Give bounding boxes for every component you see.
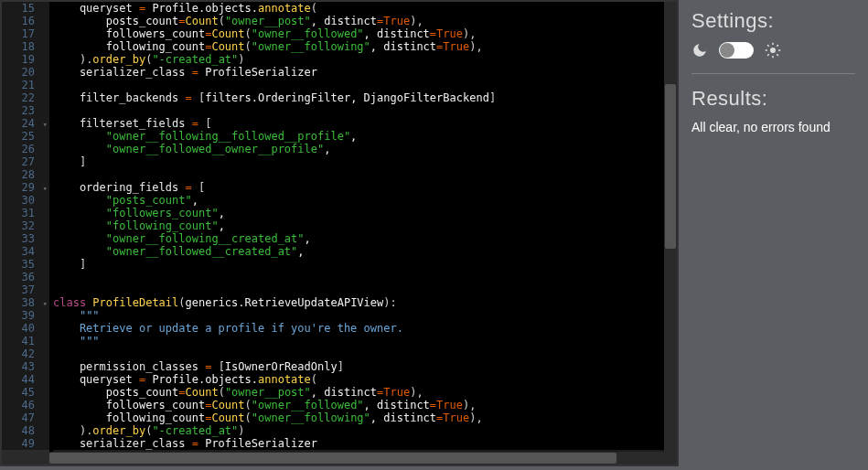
line-number: 24▾ bbox=[2, 117, 49, 130]
line-number: 39 bbox=[2, 309, 49, 322]
code-line[interactable]: "owner__following__followed__profile", bbox=[53, 130, 677, 143]
code-area[interactable]: queryset = Profile.objects.annotate( pos… bbox=[49, 2, 677, 465]
theme-toggle[interactable] bbox=[719, 42, 754, 59]
code-line[interactable]: ] bbox=[53, 155, 677, 168]
code-line[interactable]: followers_count=Count("owner__followed",… bbox=[53, 399, 677, 411]
code-line[interactable]: "followers_count", bbox=[53, 207, 677, 219]
code-line[interactable]: "owner__followed__owner__profile", bbox=[53, 143, 677, 155]
sun-icon bbox=[765, 42, 781, 59]
line-number: 19 bbox=[2, 53, 49, 66]
svg-line-8 bbox=[777, 45, 778, 47]
line-number: 38▾ bbox=[2, 296, 49, 309]
vertical-scrollbar-thumb[interactable] bbox=[665, 84, 676, 249]
code-line[interactable]: permission_classes = [IsOwnerOrReadOnly] bbox=[53, 360, 677, 373]
line-number: 49 bbox=[2, 437, 49, 450]
results-header: Results: bbox=[691, 87, 855, 111]
code-line[interactable] bbox=[53, 347, 677, 360]
code-editor-pane[interactable]: 15161718192021222324▾2526272829▾30313233… bbox=[0, 0, 679, 466]
svg-line-3 bbox=[767, 45, 769, 47]
settings-header: Settings: bbox=[691, 9, 855, 33]
line-number: 41 bbox=[2, 335, 49, 347]
code-line[interactable]: "owner__following__created_at", bbox=[53, 232, 677, 245]
code-line[interactable]: class ProfileDetail(generics.RetrieveUpd… bbox=[53, 296, 677, 309]
code-line[interactable] bbox=[53, 79, 677, 91]
svg-point-0 bbox=[770, 48, 776, 53]
vertical-scrollbar[interactable] bbox=[664, 2, 677, 465]
code-line[interactable]: """ bbox=[53, 335, 677, 347]
code-line[interactable] bbox=[53, 271, 677, 283]
code-line[interactable]: following_count=Count("owner__following"… bbox=[53, 411, 677, 424]
line-number: 37 bbox=[2, 283, 49, 296]
line-number: 48 bbox=[2, 424, 49, 437]
line-number: 35 bbox=[2, 258, 49, 271]
line-number: 15 bbox=[2, 2, 49, 15]
line-number-gutter: 15161718192021222324▾2526272829▾30313233… bbox=[2, 2, 49, 465]
line-number: 29▾ bbox=[2, 181, 49, 194]
theme-toggle-row bbox=[691, 42, 855, 59]
line-number: 43 bbox=[2, 360, 49, 373]
fold-chevron-icon[interactable]: ▾ bbox=[43, 118, 48, 131]
code-line[interactable]: followers_count=Count("owner__followed",… bbox=[53, 27, 677, 40]
code-line[interactable]: "posts_count", bbox=[53, 194, 677, 207]
line-number: 44 bbox=[2, 373, 49, 386]
results-message: All clear, no errors found bbox=[691, 120, 855, 134]
svg-line-4 bbox=[777, 54, 778, 56]
line-number: 26 bbox=[2, 143, 49, 155]
line-number: 30 bbox=[2, 194, 49, 207]
line-number: 42 bbox=[2, 347, 49, 360]
code-line[interactable] bbox=[53, 283, 677, 296]
code-line[interactable]: queryset = Profile.objects.annotate( bbox=[53, 2, 677, 15]
line-number: 20 bbox=[2, 66, 49, 79]
code-line[interactable]: ] bbox=[53, 258, 677, 271]
line-number: 28 bbox=[2, 168, 49, 181]
code-line[interactable]: """ bbox=[53, 309, 677, 322]
code-line[interactable]: serializer_class = ProfileSerializer bbox=[53, 437, 677, 450]
code-line[interactable]: "owner__followed__created_at", bbox=[53, 245, 677, 258]
panel-divider bbox=[691, 73, 855, 74]
line-number: 27 bbox=[2, 155, 49, 168]
line-number: 40 bbox=[2, 322, 49, 335]
code-line[interactable]: "following_count", bbox=[53, 219, 677, 232]
code-line[interactable] bbox=[53, 104, 677, 117]
line-number: 31 bbox=[2, 207, 49, 219]
code-line[interactable]: filterset_fields = [ bbox=[53, 117, 677, 130]
code-line[interactable]: serializer_class = ProfileSerializer bbox=[53, 66, 677, 79]
line-number: 21 bbox=[2, 79, 49, 91]
side-panel: Settings: Results: All clear, no errors … bbox=[679, 0, 868, 470]
code-line[interactable]: posts_count=Count("owner__post", distinc… bbox=[53, 15, 677, 27]
fold-chevron-icon[interactable]: ▾ bbox=[43, 297, 48, 310]
line-number: 25 bbox=[2, 130, 49, 143]
moon-icon bbox=[691, 42, 708, 59]
code-line[interactable]: Retrieve or update a profile if you're t… bbox=[53, 322, 677, 335]
line-number: 34 bbox=[2, 245, 49, 258]
horizontal-scrollbar[interactable] bbox=[2, 452, 677, 465]
line-number: 36 bbox=[2, 271, 49, 283]
line-number: 18 bbox=[2, 40, 49, 53]
code-line[interactable]: posts_count=Count("owner__post", distinc… bbox=[53, 386, 677, 399]
svg-line-7 bbox=[767, 54, 769, 56]
line-number: 47 bbox=[2, 411, 49, 424]
line-number: 32 bbox=[2, 219, 49, 232]
code-line[interactable] bbox=[53, 168, 677, 181]
line-number: 22 bbox=[2, 91, 49, 104]
fold-chevron-icon[interactable]: ▾ bbox=[43, 182, 48, 195]
code-line[interactable]: queryset = Profile.objects.annotate( bbox=[53, 373, 677, 386]
code-line[interactable]: ).order_by("-created_at") bbox=[53, 424, 677, 437]
code-line[interactable]: ordering_fields = [ bbox=[53, 181, 677, 194]
line-number: 46 bbox=[2, 399, 49, 411]
line-number: 17 bbox=[2, 27, 49, 40]
line-number: 16 bbox=[2, 15, 49, 27]
horizontal-scrollbar-thumb[interactable] bbox=[49, 453, 616, 464]
line-number: 33 bbox=[2, 232, 49, 245]
code-line[interactable]: ).order_by("-created_at") bbox=[53, 53, 677, 66]
line-number: 45 bbox=[2, 386, 49, 399]
theme-toggle-knob bbox=[720, 43, 734, 58]
code-line[interactable]: filter_backends = [filters.OrderingFilte… bbox=[53, 91, 677, 104]
line-number: 23 bbox=[2, 104, 49, 117]
code-line[interactable]: following_count=Count("owner__following"… bbox=[53, 40, 677, 53]
